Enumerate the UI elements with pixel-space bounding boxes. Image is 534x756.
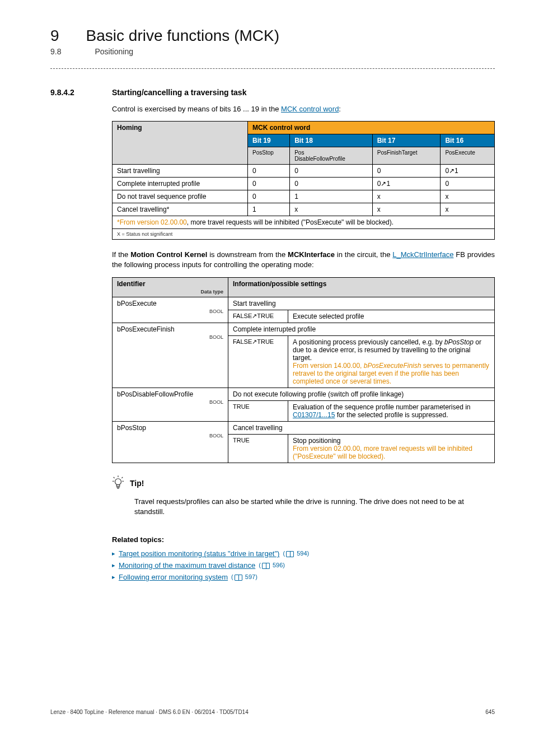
table-row: Cancel travelling* 1 x x x xyxy=(113,203,495,216)
table1-r2-c1: 1 xyxy=(290,190,373,203)
table2-r2-dtype: BOOL xyxy=(117,399,223,405)
control-word-table: Homing MCK control word Bit 19 Bit 18 Bi… xyxy=(112,121,495,240)
mckctrlinterface-link[interactable]: L_MckCtrlInterface xyxy=(392,250,453,259)
related-list: Target position monitoring (status "driv… xyxy=(112,549,495,581)
table2-r1-txt-i: bPosStop xyxy=(444,338,474,346)
table1-r1-c0: 0 xyxy=(248,178,290,190)
table-row: Complete interrupted profile 0 0 0↗1 0 xyxy=(113,178,495,190)
table1-r3-c0: 1 xyxy=(248,203,290,216)
table2-r0-dtype: BOOL xyxy=(117,309,223,314)
table1-r3-c1: x xyxy=(290,203,373,216)
para2-b1: Motion Control Kernel xyxy=(130,250,207,259)
table1-r3-c3: x xyxy=(441,203,495,216)
table1-note-row: *From version 02.00.00, more travel requ… xyxy=(113,216,495,229)
table2-r2-txt-pre: Evaluation of the sequence profile numbe… xyxy=(293,403,471,411)
table2-r1-id: bPosExecuteFinish xyxy=(117,325,175,333)
table-row: bPosExecuteFinish BOOL Complete interrup… xyxy=(113,323,495,336)
table-row: Start travelling 0 0 0 0↗1 xyxy=(113,165,495,178)
para2-mid: is downstream from the xyxy=(207,250,288,259)
table1-r0-c3: 0↗1 xyxy=(441,165,495,178)
table2-r0-tf: FALSE↗TRUE xyxy=(228,310,288,323)
table2-r1-orange: From version 14.00.00, bPosExecuteFinish… xyxy=(293,362,489,385)
intro-text-post: : xyxy=(339,105,341,113)
related-pageref-0: ( 594) xyxy=(283,550,309,557)
table2-r1-orange-i: bPosExecuteFinish xyxy=(364,362,421,370)
table1-note-version: From version 02.00.00 xyxy=(120,218,187,226)
table1-r3-c2: x xyxy=(372,203,441,216)
c01307-link[interactable]: C01307/1...15 xyxy=(293,411,335,419)
svg-point-5 xyxy=(115,479,121,485)
table2-head-id: Identifier Data type xyxy=(113,278,228,297)
table2-r3-orange: From version 02.00.00, more travel reque… xyxy=(293,445,472,460)
table1-sub3: PosExecute xyxy=(441,147,495,165)
table2-head-id-text: Identifier xyxy=(117,280,146,288)
para2-pre: If the xyxy=(112,250,130,259)
table1-ctrl-header: MCK control word xyxy=(248,122,495,134)
table2-r3-line1: Stop positioning xyxy=(293,437,340,445)
table-row: bPosDisableFollowProfile BOOL Do not exe… xyxy=(113,388,495,401)
table1-r0-c0: 0 xyxy=(248,165,290,178)
identifier-table: Identifier Data type Information/possibl… xyxy=(112,277,495,463)
table1-r3-label: Cancel travelling* xyxy=(113,203,248,216)
table1-r2-c2: x xyxy=(372,190,441,203)
lightbulb-icon xyxy=(112,475,124,491)
table2-r3-dtype: BOOL xyxy=(117,433,223,438)
table1-r0-c2: 0 xyxy=(372,165,441,178)
mck-control-word-link[interactable]: MCK control word xyxy=(281,105,339,113)
table1-r2-c0: 0 xyxy=(248,190,290,203)
table1-r1-c1: 0 xyxy=(290,178,373,190)
table1-bit19: Bit 19 xyxy=(248,134,290,147)
divider xyxy=(50,68,495,69)
tip-heading: Tip! xyxy=(130,479,144,488)
related-link-0[interactable]: Target position monitoring (status "driv… xyxy=(119,549,279,558)
chapter-title: Basic drive functions (MCK) xyxy=(86,27,279,45)
footer-left: Lenze · 8400 TopLine · Reference manual … xyxy=(50,709,249,715)
table2-r1-orange-pre: From version 14.00.00 xyxy=(293,362,360,370)
list-item: Following error monitoring system ( 597) xyxy=(112,573,495,581)
table2-r1-title: Complete interrupted profile xyxy=(228,323,495,336)
table2-r3-tf: TRUE xyxy=(228,435,288,463)
table2-r2-title: Do not execute following profile (switch… xyxy=(228,388,495,401)
intro-text-pre: Control is exercised by means of bits 16… xyxy=(112,105,281,113)
para2: If the Motion Control Kernel is downstre… xyxy=(112,250,495,269)
tip-body: Travel requests/profiles can also be sta… xyxy=(134,497,495,516)
table1-xnote: X = Status not significant xyxy=(113,229,495,240)
table2-r2-txt: Evaluation of the sequence profile numbe… xyxy=(288,401,495,422)
table1-sub0: PosStop xyxy=(248,147,290,165)
table2-head-id-sub: Data type xyxy=(117,289,223,295)
subchapter-number: 9.8 xyxy=(50,47,61,56)
related-link-2[interactable]: Following error monitoring system xyxy=(119,573,228,581)
list-item: Monitoring of the maximum travel distanc… xyxy=(112,561,495,570)
table1-r1-c3: 0 xyxy=(441,178,495,190)
book-icon xyxy=(262,563,270,569)
table2-r2-id: bPosDisableFollowProfile xyxy=(117,390,193,398)
para2-post1: in the circuit, the xyxy=(335,250,392,259)
table2-r3-orange-pre: From version 02.00.00 xyxy=(293,445,360,452)
table2-r1-dtype: BOOL xyxy=(117,334,223,340)
related-link-1[interactable]: Monitoring of the maximum travel distanc… xyxy=(119,561,255,570)
table1-r1-label: Complete interrupted profile xyxy=(113,178,248,190)
table2-r3-txt: Stop positioning From version 02.00.00, … xyxy=(288,435,495,463)
related-pageref-2: ( 597) xyxy=(231,573,257,581)
table2-r2-tf: TRUE xyxy=(228,401,288,422)
related-pageref-1: ( 596) xyxy=(259,562,285,569)
related-page-0: 594 xyxy=(297,550,307,557)
table1-bit16: Bit 16 xyxy=(441,134,495,147)
related-page-2: 597 xyxy=(245,573,255,580)
table2-r0-title: Start travelling xyxy=(228,297,495,310)
table1-r1-c2: 0↗1 xyxy=(372,178,441,190)
table1-sub1: Pos DisableFollowProfile xyxy=(290,147,373,165)
intro-paragraph: Control is exercised by means of bits 16… xyxy=(112,105,495,113)
book-icon xyxy=(286,551,294,557)
related-page-1: 596 xyxy=(273,562,283,568)
table2-r3-id: bPosStop xyxy=(117,424,146,432)
chapter-number: 9 xyxy=(50,27,59,45)
table2-r1-txt-pre: A positioning process previously cancell… xyxy=(293,338,444,346)
table1-homing-header: Homing xyxy=(113,122,248,165)
table2-r1-txt: A positioning process previously cancell… xyxy=(288,336,495,388)
table2-r1-tf: FALSE↗TRUE xyxy=(228,336,288,388)
section-number: 9.8.4.2 xyxy=(50,88,90,97)
table2-r0-txt: Execute selected profile xyxy=(288,310,495,323)
table2-r2-txt-post: for the selected profile is suppressed. xyxy=(335,411,448,419)
table1-r2-c3: x xyxy=(441,190,495,203)
